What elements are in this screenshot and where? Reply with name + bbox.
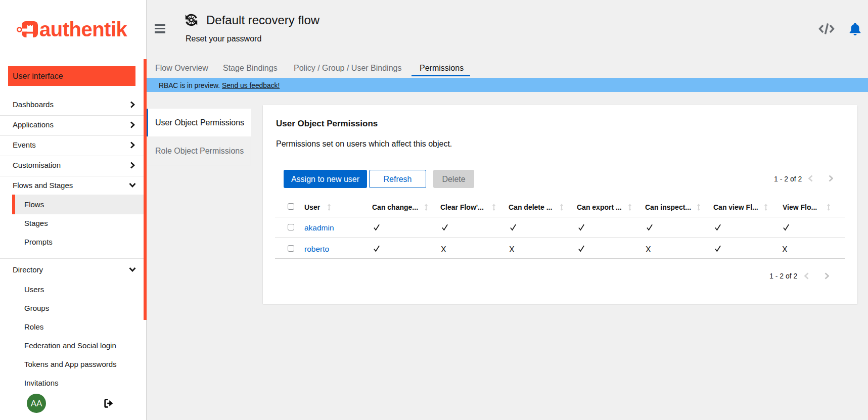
svg-text:authentik: authentik bbox=[39, 19, 128, 40]
